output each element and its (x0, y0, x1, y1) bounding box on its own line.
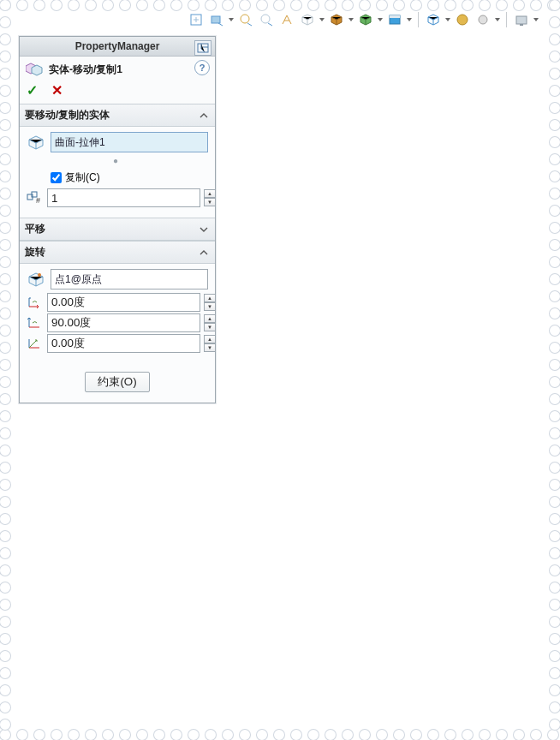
svg-marker-16 (319, 18, 325, 21)
constraint-row: 约束(O) (20, 363, 215, 403)
section-translate-header[interactable]: 平移 (20, 218, 215, 241)
display-style-icon[interactable] (327, 10, 346, 29)
rotation-reference-box[interactable]: 点1@原点 (51, 269, 208, 289)
hide-show-items-icon[interactable] (356, 10, 375, 29)
svg-marker-2 (140, 506, 178, 645)
feature-header: 实体-移动/复制1 ? (20, 57, 215, 82)
svg-rect-22 (390, 15, 400, 18)
copy-count-input[interactable] (47, 188, 200, 207)
help-icon[interactable]: ? (194, 60, 210, 75)
section-bodies-body: 曲面-拉伸1 ● 复制(C) # ▲ ▼ (20, 127, 215, 218)
cancel-button[interactable]: ✕ (51, 82, 63, 98)
separator (506, 12, 507, 27)
property-manager-panel: PropertyManager 实体-移动/复制1 ? ✓ ✕ 要移动/复制的实… (19, 36, 216, 403)
angle-x-input[interactable] (47, 293, 200, 312)
svg-line-7 (429, 565, 444, 574)
spin-up-button[interactable]: ▲ (204, 335, 216, 343)
section-rotate-body: 点1@原点 ▲ ▼ ▲ ▼ (20, 264, 215, 363)
svg-marker-23 (407, 18, 412, 21)
dropdown-arrow-icon[interactable] (348, 11, 354, 28)
svg-point-26 (457, 15, 468, 25)
spin-up-button[interactable]: ▲ (204, 314, 216, 323)
resize-handle-icon[interactable]: ● (27, 156, 208, 165)
apply-scene-icon[interactable] (424, 10, 443, 29)
spin-down-button[interactable]: ▼ (204, 302, 216, 311)
svg-point-8 (441, 562, 448, 569)
surface-extrude-1[interactable] (293, 334, 447, 411)
dropdown-arrow-icon[interactable] (494, 11, 501, 28)
rotation-reference-value: 点1@原点 (55, 272, 102, 287)
dynamic-annotation-icon[interactable] (277, 10, 296, 29)
dropdown-arrow-icon[interactable] (377, 11, 384, 28)
angle-z-input[interactable] (47, 334, 200, 353)
svg-rect-1 (368, 368, 373, 373)
svg-marker-0 (295, 339, 438, 408)
angle-x-icon (27, 293, 44, 312)
view-triad[interactable] (426, 528, 486, 579)
zoom-to-fit-icon[interactable] (187, 10, 206, 29)
perspective-icon[interactable] (474, 10, 492, 29)
svg-marker-6 (470, 565, 480, 572)
svg-marker-34 (32, 65, 42, 75)
angle-y-input[interactable] (47, 313, 200, 332)
collapse-icon (198, 247, 210, 259)
svg-point-13 (261, 15, 270, 23)
section-view-icon[interactable] (257, 10, 276, 29)
pm-title-text: PropertyManager (75, 40, 160, 52)
view-settings-icon[interactable] (512, 10, 531, 29)
keep-visible-toggle-icon[interactable] (194, 40, 211, 56)
zoom-to-area-icon[interactable] (207, 10, 226, 29)
pm-title-bar: PropertyManager (20, 37, 215, 57)
section-bodies-header[interactable]: 要移动/复制的实体 (20, 104, 215, 127)
copy-checkbox[interactable] (51, 172, 62, 183)
angle-y-icon (27, 313, 44, 332)
spin-down-button[interactable]: ▼ (204, 198, 216, 206)
body-selection-box[interactable]: 曲面-拉伸1 (51, 132, 208, 152)
section-translate-label: 平移 (25, 222, 45, 236)
spin-up-button[interactable]: ▲ (204, 294, 216, 302)
feature-name-label: 实体-移动/复制1 (49, 63, 122, 77)
dropdown-arrow-icon[interactable] (319, 11, 325, 28)
view-orientation-icon[interactable] (298, 10, 317, 29)
section-rotate-header[interactable]: 旋转 (20, 241, 215, 264)
copy-count-icon: # (27, 188, 44, 207)
rotation-reference-icon (27, 270, 45, 289)
separator (418, 12, 419, 27)
body-selection-icon (27, 133, 45, 152)
svg-marker-31 (533, 18, 539, 21)
previous-view-icon[interactable] (236, 10, 255, 29)
svg-marker-4 (441, 529, 448, 538)
spin-up-button[interactable]: ▲ (204, 189, 216, 198)
dropdown-arrow-icon[interactable] (533, 11, 539, 28)
svg-line-5 (444, 565, 475, 569)
constraints-button[interactable]: 约束(O) (85, 372, 149, 392)
move-copy-feature-icon (25, 60, 44, 79)
ambient-occlusion-icon[interactable] (453, 10, 472, 29)
svg-marker-25 (445, 18, 450, 21)
svg-point-12 (241, 15, 249, 23)
svg-text:#: # (36, 196, 40, 205)
svg-marker-20 (378, 18, 383, 21)
collapse-icon (198, 110, 210, 122)
expand-icon (198, 224, 210, 236)
svg-rect-10 (211, 16, 220, 23)
surface-copy[interactable] (130, 503, 207, 648)
svg-point-40 (38, 273, 41, 277)
spin-down-button[interactable]: ▼ (204, 343, 216, 352)
angle-z-icon (27, 334, 44, 353)
body-selection-value: 曲面-拉伸1 (55, 135, 105, 150)
svg-point-27 (479, 15, 487, 24)
ok-cancel-row: ✓ ✕ (20, 82, 215, 104)
dropdown-arrow-icon[interactable] (444, 11, 451, 28)
copy-label: 复制(C) (65, 170, 100, 185)
section-bodies-label: 要移动/复制的实体 (25, 108, 110, 122)
svg-marker-18 (349, 18, 354, 21)
svg-rect-30 (520, 24, 523, 26)
ok-button[interactable]: ✓ (27, 82, 38, 98)
dropdown-arrow-icon[interactable] (406, 11, 413, 28)
spin-down-button[interactable]: ▼ (204, 323, 216, 331)
svg-rect-29 (516, 16, 527, 24)
dropdown-arrow-icon[interactable] (228, 11, 235, 28)
section-rotate-label: 旋转 (25, 245, 45, 260)
edit-appearance-icon[interactable] (385, 10, 404, 29)
